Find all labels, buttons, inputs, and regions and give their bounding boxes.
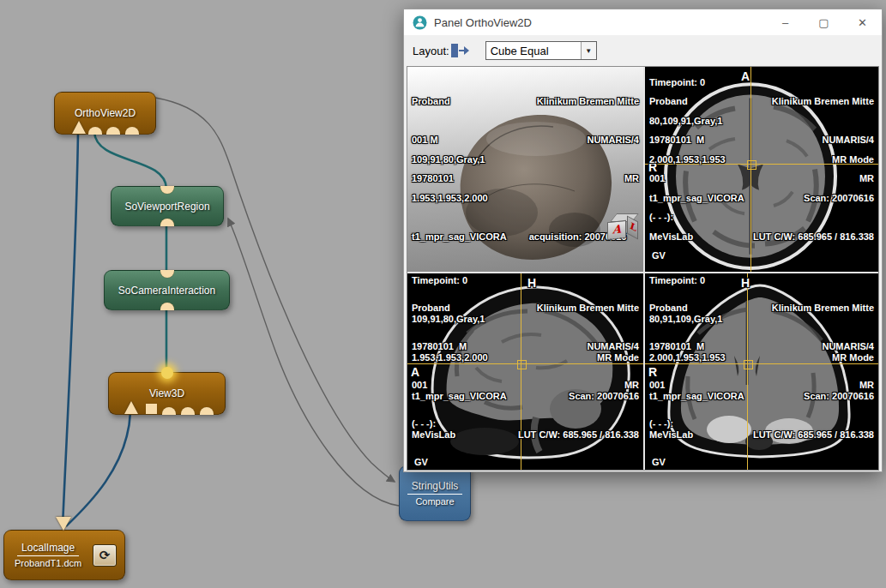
viewport-coronal[interactable]: Proband 19780101 M 001 (- - -): GV Klini…: [645, 273, 878, 470]
node-view3d-label: View3D: [149, 387, 184, 399]
node-orthoview2d-label: OrthoView2D: [75, 107, 136, 119]
mevislab-label: MeVisLab: [412, 429, 507, 441]
viewport-axial[interactable]: Proband 19780101 M 001 (- - -): GV Klini…: [645, 67, 878, 272]
orientation-cube-front-face: A: [607, 220, 626, 240]
institution: Klinikum Bremen Mitte: [772, 95, 874, 108]
voxel-position: 80,91,109,Gray,1: [649, 313, 744, 326]
patient-name: Proband: [412, 95, 454, 108]
series-name: t1_mpr_sag_VICORA: [649, 192, 744, 205]
series-name: t1_mpr_sag_VICORA: [649, 390, 744, 403]
node-localimage[interactable]: LocalImage ProbandT1.dcm ⟳: [3, 530, 125, 580]
reload-icon[interactable]: ⟳: [93, 544, 117, 567]
scene-input-connector[interactable]: [160, 219, 174, 226]
voxel-position: 80,109,91,Gray,1: [649, 115, 744, 128]
orientation-cube-icon[interactable]: A L: [607, 213, 638, 239]
lut-center-width: LUT C/W: 685.965 / 816.338: [753, 429, 874, 441]
image-output-connector[interactable]: [56, 517, 71, 531]
scene-output-connector[interactable]: [160, 270, 174, 278]
scene-input-connector[interactable]: [160, 303, 174, 310]
window-title: Panel OrthoView2D: [434, 16, 532, 29]
institution: Klinikum Bremen Mitte: [537, 95, 639, 108]
window-titlebar[interactable]: Panel OrthoView2D – ▢ ✕: [404, 9, 882, 35]
param-connection-stringutils-soviewportregion[interactable]: [228, 219, 399, 506]
orientation-marker-head: H: [527, 277, 536, 290]
layout-dropdown[interactable]: Cube Equal ▼: [485, 41, 597, 60]
connection-localimage-orthoview2d[interactable]: [63, 131, 78, 526]
institution: Klinikum Bremen Mitte: [772, 302, 874, 315]
mr-mode: MR Mode: [753, 351, 874, 364]
panel-window: Panel OrthoView2D – ▢ ✕ Layout: Cube Equ…: [403, 9, 883, 472]
node-stringutils-label: StringUtils: [407, 480, 463, 495]
node-socamerainteraction[interactable]: SoCameraInteraction: [104, 270, 230, 310]
chevron-down-icon[interactable]: ▼: [581, 42, 596, 59]
layout-dropdown-value: Cube Equal: [486, 45, 581, 57]
node-socamerainteraction-label: SoCameraInteraction: [118, 285, 215, 297]
scene-input-connector[interactable]: [88, 127, 102, 135]
voxel-spacing: 1.953,1.953,2.000: [412, 192, 626, 205]
node-localimage-label: LocalImage: [17, 542, 79, 556]
scan-date: Scan: 20070616: [753, 390, 874, 403]
timepoint: Timepoint: 0: [649, 76, 744, 89]
voxel-position: 109,91,80,Gray,1: [412, 313, 507, 326]
mr-mode: MR Mode: [518, 351, 639, 364]
field-connection-icon: [451, 44, 470, 57]
scene-output-connector[interactable]: [160, 186, 174, 194]
node-view3d[interactable]: View3D: [108, 372, 226, 415]
mevislab-label: MeVisLab: [649, 429, 744, 441]
series-name: t1_mpr_sag_VICORA: [412, 390, 507, 403]
voxel-spacing: 1.953,1.953,2.000: [412, 351, 507, 364]
node-soviewportregion-label: SoViewportRegion: [124, 201, 209, 213]
image-input-connector[interactable]: [124, 401, 138, 414]
timepoint: Timepoint: 0: [649, 274, 744, 287]
node-localimage-filename: ProbandT1.dcm: [15, 556, 81, 568]
base-input-connector[interactable]: [146, 404, 157, 414]
timepoint: Timepoint: 0: [412, 274, 507, 287]
scene-input-connector[interactable]: [162, 407, 176, 415]
connection-soviewportregion-orthoview2d[interactable]: [94, 132, 166, 189]
viewport-sagittal[interactable]: Proband 19780101 M 001 (- - -): GV Klini…: [407, 273, 643, 470]
voxel-position: 109,91,80,Gray,1: [412, 153, 626, 166]
lut-center-width: LUT C/W: 685.965 / 816.338: [753, 231, 874, 243]
minimize-button[interactable]: –: [766, 9, 805, 35]
orthoview-grid: Proband 001 M 19780101 Klinikum Bremen M…: [407, 66, 879, 471]
layout-toolbar: Layout: Cube Equal ▼: [404, 35, 882, 66]
node-stringutils-compare[interactable]: StringUtils Compare: [399, 465, 471, 521]
mevislab-logo-icon: [413, 15, 427, 30]
viewport-3d[interactable]: Proband 001 M 19780101 Klinikum Bremen M…: [407, 67, 643, 272]
layout-label: Layout:: [413, 45, 449, 57]
node-soviewportregion[interactable]: SoViewportRegion: [111, 186, 224, 226]
scene-input-connector[interactable]: [106, 127, 120, 135]
image-input-connector[interactable]: [72, 121, 86, 134]
scene-input-connector[interactable]: [200, 407, 214, 415]
scene-input-connector[interactable]: [125, 127, 139, 135]
scan-date: Scan: 20070616: [753, 192, 874, 205]
orientation-cube-side-face: L: [627, 216, 638, 240]
scene-input-connector-highlighted[interactable]: [161, 367, 173, 379]
institution: Klinikum Bremen Mitte: [537, 302, 639, 315]
mevislab-label: MeVisLab: [649, 231, 744, 243]
close-button[interactable]: ✕: [843, 9, 882, 35]
lut-center-width: LUT C/W: 685.965 / 816.338: [518, 429, 639, 441]
series-name: t1_mpr_sag_VICORA: [412, 231, 507, 243]
crosshair-vertical[interactable]: [747, 273, 748, 470]
crosshair-center-handle[interactable]: [744, 360, 753, 369]
scene-input-connector[interactable]: [181, 407, 195, 415]
node-orthoview2d[interactable]: OrthoView2D: [54, 92, 156, 135]
connection-localimage-view3d[interactable]: [66, 412, 130, 526]
voxel-spacing: 2.000,1.953,1.953: [649, 153, 744, 166]
maximize-button[interactable]: ▢: [805, 9, 843, 35]
scan-date: Scan: 20070616: [518, 390, 639, 403]
mr-mode: MR Mode: [753, 153, 874, 166]
voxel-spacing: 2.000,1.953,1.953: [649, 351, 744, 364]
node-stringutils-instance: Compare: [415, 495, 454, 507]
